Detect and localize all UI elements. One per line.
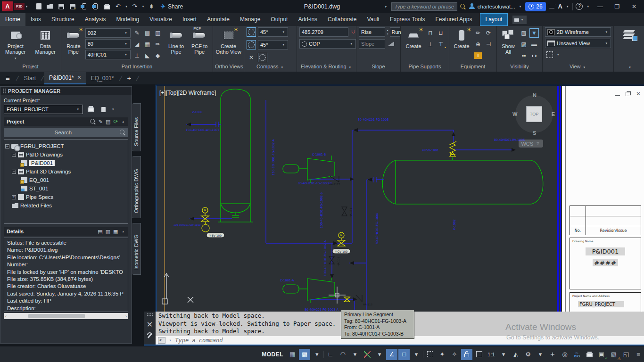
side-tab-orthographic-dwg[interactable]: Orthographic DWG (132, 156, 141, 218)
panel-label-slope[interactable]: Slope (356, 64, 400, 72)
tab-home[interactable]: Home (0, 13, 25, 26)
object-snap-icon[interactable]: □ (398, 349, 410, 360)
expander-icon[interactable]: + (12, 195, 16, 199)
clean-screen-icon[interactable]: ◱ (620, 349, 632, 360)
tree-node-pipe-specs[interactable]: + Pipe Specs (12, 193, 127, 201)
user-avatar-icon[interactable] (469, 3, 475, 9)
tab-eq001[interactable]: EQ_001* (86, 73, 119, 84)
pcf-to-pipe-button[interactable]: PCF PCF to Pipe (189, 27, 210, 55)
save-to-mobile-icon[interactable] (79, 2, 89, 11)
selection-cycling-icon[interactable]: ✦ (437, 349, 448, 360)
weld-icon[interactable]: ⊥ (132, 51, 142, 60)
attach-equipment-icon[interactable]: ⊕ (473, 40, 483, 49)
refresh-icon[interactable]: ⟳ (113, 118, 118, 125)
expander-icon[interactable]: − (12, 153, 16, 157)
project-manager-button[interactable]: Project Manager ▾ (2, 27, 29, 61)
palette-tools-caret-icon[interactable]: ▾ (112, 107, 114, 111)
panel-label-elevation-routing[interactable]: Elevation & Routing ▾ (297, 64, 356, 72)
workspace-switching-icon[interactable]: ⚙ (522, 349, 534, 360)
slope-run-input[interactable]: Run (390, 27, 400, 37)
slope-value-input[interactable]: Slope (359, 39, 385, 49)
tab-layout[interactable]: Layout (480, 13, 507, 26)
tree-node-related-files[interactable]: Related Files (12, 201, 127, 210)
tab-add-ins[interactable]: Add-ins (293, 13, 322, 26)
qat-customize-icon[interactable]: ⇟ (146, 2, 157, 11)
details-doc-icon[interactable]: ▤ (98, 229, 102, 235)
details-hscrollbar[interactable]: ‹› (4, 313, 128, 319)
details-section-header[interactable]: Details ▤ ▥ ▦ ▴ (4, 227, 128, 236)
ribbon-display-toggle[interactable]: ▾ (512, 16, 527, 24)
open-file-icon[interactable] (45, 2, 55, 11)
viewport-lock-icon[interactable] (461, 349, 472, 360)
iso-grid-icon[interactable]: ▷ISO (571, 349, 583, 360)
insert-symbol-icon[interactable]: I (473, 51, 483, 60)
tab-vault[interactable]: Vault (362, 13, 384, 26)
hide-selected-icon[interactable]: ▧ (519, 28, 528, 38)
signed-in-user[interactable]: charlesoluwat... (478, 4, 515, 9)
tab-manage[interactable]: Manage (235, 13, 265, 26)
toggle-slope-icon[interactable]: ◢ (132, 40, 142, 49)
tab-output[interactable]: Output (265, 13, 293, 26)
customization-menu-icon[interactable]: ≡ (633, 349, 644, 360)
modify-equipment-icon[interactable]: ✏ (473, 28, 483, 38)
dynamic-ucs-icon[interactable]: ✧ (449, 349, 460, 360)
save-icon[interactable] (56, 2, 66, 11)
snap-caret-icon[interactable]: ▾ (311, 349, 322, 360)
routing-mode-select[interactable]: COP▾ (299, 39, 356, 49)
help-search-input[interactable] (391, 2, 457, 11)
visual-style-select[interactable]: 2D Wireframe▾ (545, 27, 611, 37)
pipe-rating-select[interactable]: 80▾ (85, 39, 131, 49)
annotation-visibility-icon[interactable] (473, 349, 485, 360)
viewcube-display-icon[interactable] (545, 50, 554, 59)
viewport-scale-button[interactable]: 1:1 (486, 349, 497, 360)
create-equipment-button[interactable]: ✶ Create (452, 27, 471, 49)
new-drawing-icon[interactable]: ✎ (99, 119, 103, 125)
tab-close-icon[interactable]: ✕ (77, 74, 82, 81)
ortho-mode-icon[interactable]: ∟ (325, 349, 336, 360)
gasket-visibility-icon[interactable]: ▪▪ (519, 51, 528, 60)
redo-caret-icon[interactable]: ▾ (142, 5, 144, 8)
crosshair-toggle-icon[interactable]: + (547, 349, 558, 360)
save-as-icon[interactable] (67, 2, 78, 11)
compass-snap-angle-select[interactable]: 45°▾ (258, 27, 288, 37)
section-collapse-icon[interactable]: ▴ (122, 120, 124, 123)
restore-button[interactable]: ❐ (610, 3, 624, 10)
tab-start[interactable]: Start (19, 73, 41, 84)
tab-visualize[interactable]: Visualize (144, 13, 177, 26)
project-search-go-icon[interactable] (120, 130, 125, 135)
panel-label-ortho-views[interactable]: Ortho Views (213, 64, 244, 72)
object-snap-tracking-icon[interactable]: ∠ (386, 349, 397, 360)
new-file-icon[interactable] (33, 2, 44, 11)
polar-caret-icon[interactable]: ▾ (349, 349, 361, 360)
viewcube-south[interactable]: S (533, 130, 536, 136)
autodesk-caret-icon[interactable]: ▾ (567, 5, 569, 8)
panel-label-pipe-supports[interactable]: Pipe Supports (401, 64, 449, 72)
valve-symbols[interactable] (329, 176, 362, 302)
compass-tick-toggle-icon[interactable] (247, 40, 256, 49)
scale-caret-icon[interactable]: ▾ (498, 349, 509, 360)
insert-from-list-icon[interactable]: ▦ (143, 40, 152, 49)
project-search-input[interactable] (7, 130, 120, 135)
tree-node-project-root[interactable]: − FGRU_PROJECT (5, 142, 127, 150)
create-support-button[interactable]: ✶ Create (403, 27, 424, 49)
grid-display-icon[interactable]: ▦ (287, 349, 298, 360)
tree-node-eq001[interactable]: EQ_001 (21, 176, 127, 184)
equipment-nozzle-icon[interactable]: ⊣ (484, 40, 493, 49)
attach-support-icon[interactable]: ⊓ (426, 28, 435, 38)
search-expand-icon[interactable]: ▸ (385, 5, 387, 8)
tab-annotate[interactable]: Annotate (202, 13, 235, 26)
elevation-input[interactable]: 485.2709 (299, 27, 348, 37)
spec-viewer-icon[interactable]: ▤ (143, 28, 152, 38)
detach-support-icon[interactable]: ⊔ (436, 28, 446, 38)
share-button[interactable]: ✈ Share (160, 3, 183, 10)
expander-icon[interactable]: − (12, 170, 16, 174)
palette-title[interactable]: PROJECT MANAGER (0, 87, 132, 95)
close-button[interactable]: ✕ (627, 3, 641, 10)
plot-icon[interactable] (101, 2, 112, 11)
tab-collaborate[interactable]: Collaborate (322, 13, 362, 26)
current-project-select[interactable]: FGRU_PROJECT▾ (4, 105, 83, 114)
panel-label-compass[interactable]: Compass ▾ (244, 64, 297, 72)
user-menu-caret-icon[interactable]: ▾ (520, 5, 521, 8)
app-menu-caret-icon[interactable]: ▾ (26, 5, 28, 8)
show-selected-icon[interactable]: ▨ (519, 40, 528, 49)
